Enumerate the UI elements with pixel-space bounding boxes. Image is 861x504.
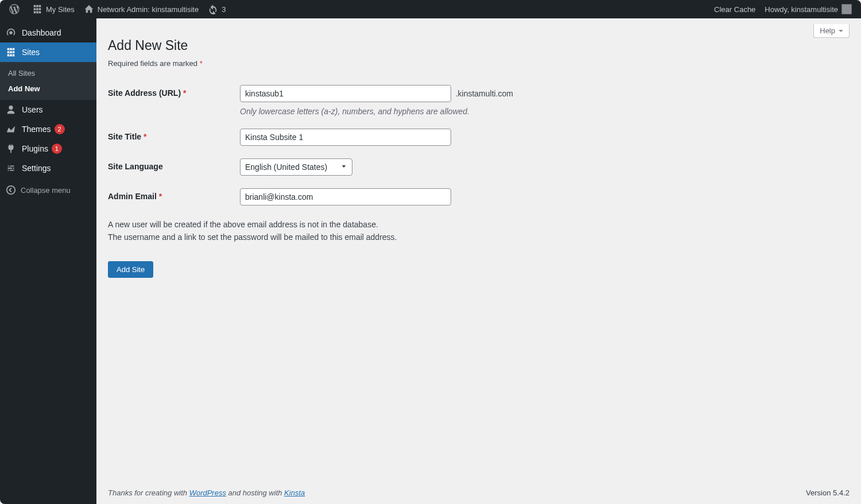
themes-icon	[6, 124, 17, 134]
svg-point-0	[7, 186, 15, 194]
chevron-down-icon	[839, 30, 843, 34]
network-admin-link[interactable]: Network Admin: kinstamultisite	[79, 0, 203, 18]
site-title-input[interactable]	[240, 129, 451, 146]
users-icon	[6, 104, 17, 115]
info-line-1: A new user will be created if the above …	[108, 218, 850, 231]
nav-plugins[interactable]: Plugins 1	[0, 139, 96, 158]
dashboard-icon	[6, 28, 17, 38]
nav-themes[interactable]: Themes 2	[0, 119, 96, 139]
help-tab[interactable]: Help	[813, 24, 850, 38]
required-note: Required fields are marked *	[108, 59, 850, 68]
my-sites-label: My Sites	[46, 5, 75, 14]
subnav-all-sites[interactable]: All Sites	[0, 65, 96, 81]
site-title-label: Site Title *	[108, 129, 240, 141]
nav-settings-label: Settings	[22, 164, 51, 173]
updates-count: 3	[222, 5, 226, 14]
kinsta-link[interactable]: Kinsta	[284, 489, 305, 497]
account-menu[interactable]: Howdy, kinstamultisite	[760, 0, 856, 18]
row-admin-email: Admin Email *	[108, 188, 850, 206]
wordpress-logo-icon	[9, 4, 20, 14]
nav-sites[interactable]: Sites	[0, 42, 96, 62]
site-address-label: Site Address (URL) *	[108, 85, 240, 98]
row-site-address: Site Address (URL) * .kinstamulti.com On…	[108, 85, 850, 116]
plugins-icon	[6, 144, 17, 154]
nav-users[interactable]: Users	[0, 100, 96, 119]
site-language-select[interactable]: English (United States)	[240, 158, 352, 176]
home-icon	[84, 4, 94, 14]
nav-users-label: Users	[22, 105, 43, 114]
clear-cache-button[interactable]: Clear Cache	[709, 0, 760, 18]
wp-logo[interactable]	[5, 0, 28, 18]
admin-email-input[interactable]	[240, 188, 451, 206]
updates-indicator[interactable]: 3	[203, 0, 230, 18]
admin-toolbar: My Sites Network Admin: kinstamultisite …	[0, 0, 861, 18]
page-title: Add New Site	[108, 38, 850, 53]
collapse-label: Collapse menu	[21, 186, 71, 195]
site-address-description: Only lowercase letters (a-z), numbers, a…	[240, 107, 850, 116]
sites-icon	[6, 47, 17, 57]
howdy-text: Howdy, kinstamultisite	[765, 5, 838, 14]
row-site-language: Site Language English (United States)	[108, 158, 850, 176]
info-text: A new user will be created if the above …	[108, 218, 850, 244]
site-language-label: Site Language	[108, 158, 240, 171]
subnav-add-new[interactable]: Add New	[0, 81, 96, 96]
plugins-badge: 1	[52, 144, 62, 154]
info-line-2: The username and a link to set the passw…	[108, 231, 850, 243]
site-address-suffix: .kinstamulti.com	[456, 89, 513, 98]
nav-sites-label: Sites	[22, 48, 40, 57]
row-site-title: Site Title *	[108, 129, 850, 146]
network-admin-label: Network Admin: kinstamultisite	[98, 5, 199, 14]
help-label: Help	[820, 26, 835, 35]
wordpress-link[interactable]: WordPress	[189, 489, 226, 497]
site-address-input[interactable]	[240, 85, 451, 102]
nav-settings[interactable]: Settings	[0, 158, 96, 178]
required-star: *	[200, 59, 203, 68]
nav-plugins-label: Plugins	[22, 144, 48, 153]
add-site-button[interactable]: Add Site	[108, 261, 153, 278]
nav-themes-label: Themes	[22, 125, 51, 134]
collapse-menu[interactable]: Collapse menu	[0, 180, 96, 200]
footer-version: Version 5.4.2	[806, 489, 850, 497]
avatar-icon	[841, 4, 852, 14]
admin-footer: Thanks for creating with WordPress and h…	[108, 489, 850, 497]
footer-thanks: Thanks for creating with WordPress and h…	[108, 489, 305, 497]
nav-dashboard-label: Dashboard	[22, 28, 61, 37]
nav-dashboard[interactable]: Dashboard	[0, 23, 96, 42]
admin-email-label: Admin Email *	[108, 188, 240, 201]
settings-icon	[6, 163, 17, 173]
themes-badge: 2	[55, 124, 65, 134]
update-icon	[208, 4, 218, 14]
my-sites-menu[interactable]: My Sites	[28, 0, 79, 18]
admin-sidebar: Dashboard Sites All Sites Add New Users …	[0, 18, 96, 504]
main-content: Help Add New Site Required fields are ma…	[96, 18, 861, 504]
sites-icon	[32, 4, 42, 14]
collapse-icon	[6, 185, 16, 195]
nav-sites-submenu: All Sites Add New	[0, 62, 96, 100]
